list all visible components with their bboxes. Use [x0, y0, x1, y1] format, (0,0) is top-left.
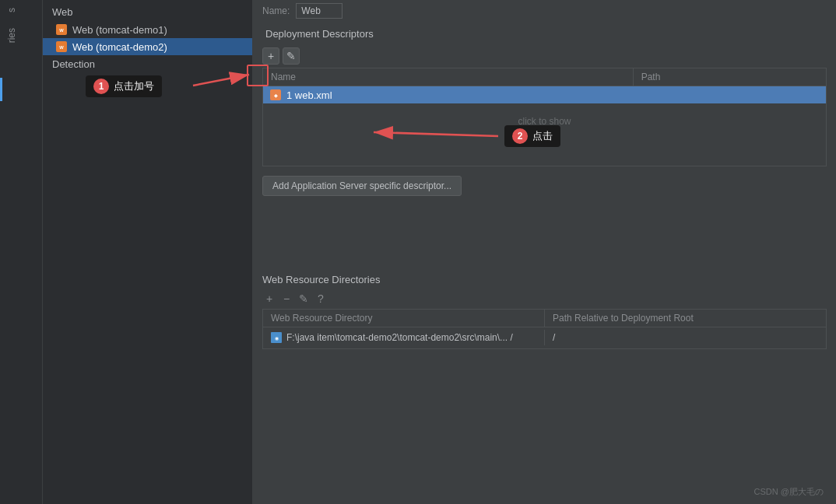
xml-file-icon: ◈	[269, 89, 282, 101]
sidebar-section-web: Web	[43, 3, 252, 21]
content-area: Name: Web Deployment Descriptors + ✎ Nam…	[253, 0, 836, 504]
table-row-name: 1 web.xml	[286, 89, 332, 101]
wrd-help-btn[interactable]: ?	[314, 292, 328, 306]
annotation-1: 1 点击加号	[86, 75, 162, 97]
sidebar-left-item-ries[interactable]: ries	[0, 20, 42, 51]
annotation-2: 2 点击	[504, 125, 560, 147]
wrd-cell-path: /	[545, 330, 826, 345]
table-header: Name Path	[263, 68, 826, 86]
wrd-toolbar: + − ✎ ?	[262, 289, 827, 309]
wrd-section: Web Resource Directories + − ✎ ? Web Res…	[253, 268, 836, 349]
web-icon-demo2: w	[55, 40, 68, 53]
sidebar-item-tomcat-demo2[interactable]: w Web (tomcat-demo2)	[43, 38, 252, 55]
wrd-edit-btn[interactable]: ✎	[297, 292, 311, 306]
name-row: Name: Web	[253, 0, 836, 20]
spacer	[253, 205, 836, 268]
annotation-num-1: 1	[93, 79, 109, 94]
table-row[interactable]: ◈ 1 web.xml	[263, 86, 826, 103]
wrd-table: Web Resource Directory Path Relative to …	[262, 309, 827, 349]
wrd-title: Web Resource Directories	[262, 268, 827, 289]
annotation-text-1: 点击加号	[114, 79, 154, 93]
add-descriptor-btn[interactable]: +	[262, 47, 279, 65]
sidebar-left-item-s[interactable]: s	[0, 0, 42, 20]
detection-label: Detection	[43, 55, 252, 73]
name-label: Name:	[262, 5, 290, 16]
wrd-header-path: Path Relative to Deployment Root	[545, 310, 826, 327]
table-header-path: Path	[634, 68, 826, 86]
deployment-toolbar: + ✎	[253, 44, 836, 68]
dir-icon: ◉	[271, 332, 282, 343]
annotation-num-2: 2	[512, 128, 528, 144]
wrd-table-row[interactable]: ◉ F:\java item\tomcat-demo2\tomcat-demo2…	[263, 327, 826, 348]
sidebar-item-tomcat-demo1[interactable]: w Web (tomcat-demo1)	[43, 21, 252, 38]
wrd-header-dir: Web Resource Directory	[263, 310, 545, 327]
annotation-text-2: 点击	[532, 129, 553, 143]
add-app-server-btn[interactable]: Add Application Server specific descript…	[262, 176, 462, 196]
table-header-name: Name	[263, 68, 634, 86]
name-value: Web	[296, 3, 342, 19]
wrd-add-btn[interactable]: +	[262, 292, 276, 306]
descriptor-table: Name Path ◈ 1 web.xml click to show	[262, 68, 827, 166]
wrd-remove-btn[interactable]: −	[279, 292, 293, 306]
edit-descriptor-btn[interactable]: ✎	[283, 47, 300, 65]
wrd-cell-dir: ◉ F:\java item\tomcat-demo2\tomcat-demo2…	[263, 330, 545, 345]
footer: CSDN @肥大毛の	[754, 486, 824, 498]
wrd-table-header: Web Resource Directory Path Relative to …	[263, 310, 826, 327]
deployment-descriptors-title: Deployment Descriptors	[253, 20, 836, 44]
web-icon-demo1: w	[55, 23, 68, 36]
